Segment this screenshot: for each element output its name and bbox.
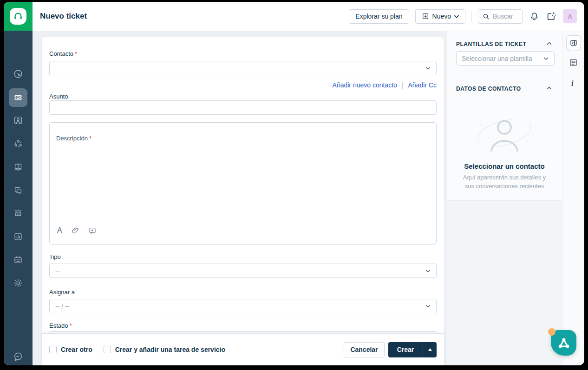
- create-add-task-label: Crear y añadir una tarea de servicio: [115, 346, 225, 353]
- assign-select-value: -- / --: [55, 303, 69, 310]
- new-button[interactable]: Nuevo: [415, 9, 465, 24]
- type-label: Tipo: [49, 253, 61, 260]
- canned-response-icon[interactable]: [88, 226, 97, 235]
- analytics-icon[interactable]: [13, 231, 23, 242]
- subject-label: Asunto: [49, 93, 68, 100]
- create-another-label: Crear otro: [61, 346, 92, 353]
- customers-icon[interactable]: [13, 139, 23, 149]
- collapse-templates-chevron-icon[interactable]: [547, 42, 552, 45]
- contact-label: Contacto*: [49, 50, 77, 57]
- create-another-checkbox-group[interactable]: Crear otro: [49, 346, 92, 353]
- create-options-toggle[interactable]: [423, 342, 437, 357]
- required-asterisk: *: [89, 135, 91, 142]
- contacts-icon[interactable]: [13, 115, 23, 126]
- create-another-checkbox[interactable]: [49, 346, 57, 353]
- template-select[interactable]: Seleccionar una plantilla: [456, 51, 555, 66]
- scheduler-icon[interactable]: [13, 255, 23, 265]
- top-bar: Nuevo ticket Explorar su plan Nuevo Busc…: [4, 2, 584, 31]
- chevron-down-icon: [425, 304, 431, 308]
- chevron-down-icon: [425, 66, 431, 70]
- page-title: Nuevo ticket: [40, 2, 87, 31]
- assign-to-label: Asignar a: [49, 289, 75, 296]
- form-footer-bar: Crear otro Crear y añadir una tarea de s…: [42, 333, 444, 365]
- empty-contact-subtitle: Aquí aparecerán sus detalles y: [447, 174, 562, 181]
- new-button-label: Nuevo: [432, 13, 451, 20]
- ticket-context-card: PLANTILLAS DE TICKET Seleccionar una pla…: [447, 31, 562, 201]
- bot-icon[interactable]: [13, 208, 23, 218]
- info-icon[interactable]: i: [571, 79, 574, 88]
- add-cc-link[interactable]: Añadir Cc: [408, 81, 437, 89]
- type-select[interactable]: --: [49, 264, 437, 278]
- topbar-divider: [471, 11, 472, 22]
- create-split-button: Crear: [388, 342, 437, 357]
- required-asterisk: *: [69, 322, 72, 329]
- headset-logo-icon: [10, 8, 26, 25]
- right-icon-rail: i: [562, 31, 584, 365]
- ticket-details-icon[interactable]: [568, 58, 578, 67]
- explore-plan-button[interactable]: Explorar su plan: [349, 9, 409, 24]
- contact-select[interactable]: [49, 61, 437, 75]
- empty-contact-subtitle: sus conversaciones recientes: [447, 183, 562, 190]
- type-select-value: --: [55, 267, 59, 275]
- tickets-icon[interactable]: [13, 92, 23, 103]
- chevron-down-icon: [425, 269, 431, 272]
- description-label: Descripción*: [56, 135, 91, 142]
- panel-divider: [447, 76, 562, 76]
- plus-square-icon: [422, 13, 429, 20]
- dashboard-icon[interactable]: [13, 69, 23, 79]
- explore-plan-label: Explorar su plan: [355, 13, 402, 20]
- cancel-button[interactable]: Cancelar: [344, 342, 385, 357]
- text-format-icon[interactable]: A: [57, 226, 62, 235]
- search-placeholder: Buscar: [493, 13, 513, 20]
- help-chat-icon[interactable]: [13, 351, 23, 362]
- whats-new-sparkle-icon[interactable]: [546, 11, 557, 22]
- notifications-bell-icon[interactable]: [529, 11, 540, 22]
- status-label: Estado*: [49, 322, 72, 329]
- app-window: Nuevo ticket Explorar su plan Nuevo Busc…: [4, 2, 584, 365]
- freshdesk-logo[interactable]: [4, 2, 33, 31]
- chevron-down-icon: [543, 57, 549, 60]
- create-button[interactable]: Crear: [388, 342, 423, 357]
- create-add-task-checkbox-group[interactable]: Crear y añadir una tarea de servicio: [104, 346, 225, 353]
- required-asterisk: *: [75, 50, 77, 57]
- collapse-panel-icon: [569, 39, 578, 47]
- assign-to-select[interactable]: -- / --: [49, 299, 437, 313]
- subject-input[interactable]: [49, 100, 437, 115]
- description-editor[interactable]: Descripción* A: [49, 122, 437, 244]
- search-input[interactable]: Buscar: [478, 9, 523, 24]
- template-select-placeholder: Seleccionar una plantilla: [462, 55, 532, 62]
- right-side-panel: PLANTILLAS DE TICKET Seleccionar una pla…: [447, 31, 562, 365]
- link-separator: |: [402, 81, 404, 89]
- user-avatar[interactable]: A: [563, 9, 577, 23]
- search-icon: [483, 13, 490, 20]
- create-add-task-checkbox[interactable]: [104, 346, 111, 353]
- templates-section-title: PLANTILLAS DE TICKET: [456, 41, 526, 47]
- empty-contact-illustration: [470, 109, 539, 158]
- empty-contact-title: Seleccionar un contacto: [447, 162, 562, 170]
- left-nav-sidebar: [4, 31, 33, 365]
- chevron-up-icon: [428, 348, 432, 351]
- chevron-down-icon: [454, 15, 459, 18]
- attachment-paperclip-icon[interactable]: [71, 226, 79, 235]
- collapse-panel-button[interactable]: [566, 35, 581, 50]
- widget-notification-dot: [548, 328, 555, 336]
- forums-icon[interactable]: [13, 185, 23, 195]
- avatar-initial: A: [568, 13, 572, 20]
- knowledge-base-icon[interactable]: [13, 162, 23, 172]
- settings-icon[interactable]: [13, 278, 23, 288]
- freshworks-triangle-icon: [557, 337, 571, 350]
- add-new-contact-link[interactable]: Añadir nuevo contacto: [333, 81, 397, 89]
- contact-data-section-title: DATOS DE CONTACTO: [456, 86, 521, 92]
- collapse-contact-data-chevron-icon[interactable]: [547, 86, 552, 90]
